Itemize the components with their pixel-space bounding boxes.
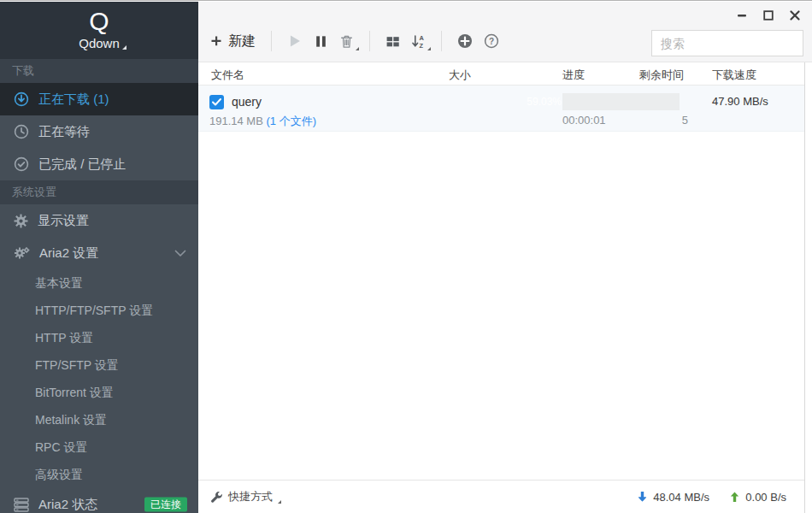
logo-q-mark: Q <box>0 7 198 36</box>
column-header-speed[interactable]: 下载速度 <box>712 68 756 83</box>
start-button[interactable] <box>287 33 303 49</box>
sidebar-item-finished[interactable]: 已完成 / 已停止 <box>0 148 198 180</box>
sidebar-item-downloading[interactable]: 正在下载 (1) <box>0 83 198 115</box>
dropdown-caret-icon <box>122 45 127 50</box>
remaining-time: 5 <box>639 114 688 127</box>
shortcut-label: 快捷方式 <box>228 489 273 504</box>
elapsed-time: 00:00:01 <box>562 114 606 127</box>
search-box <box>651 30 803 56</box>
title-toolbar-area: 新建 AZ ? <box>198 2 812 62</box>
search-input[interactable] <box>652 37 812 50</box>
app-title: Qdown <box>79 36 120 50</box>
close-icon <box>790 10 800 21</box>
sidebar-item-display-settings[interactable]: 显示设置 <box>0 204 198 237</box>
wrench-icon <box>210 491 223 504</box>
toolbar-separator <box>369 31 370 51</box>
main-area: 新建 AZ ? <box>198 2 812 513</box>
sidebar-item-label: 正在等待 <box>38 124 90 140</box>
new-task-label: 新建 <box>228 32 256 50</box>
global-upload-speed: 0.00 B/s <box>729 481 786 513</box>
dropdown-caret-icon <box>278 500 281 504</box>
down-arrow-icon <box>637 491 648 503</box>
row-checkbox[interactable] <box>209 95 224 109</box>
sidebar-item-label: Aria2 状态 <box>38 497 97 513</box>
sidebar-item-label: 显示设置 <box>38 213 89 229</box>
trash-icon <box>339 34 354 49</box>
close-button[interactable] <box>789 9 801 21</box>
sidebar-item-waiting[interactable]: 正在等待 <box>0 115 198 148</box>
progress-bar: 59.03% <box>562 93 680 110</box>
sidebar-item-label: 已完成 / 已停止 <box>38 156 127 173</box>
sidebar-item-label: 正在下载 (1) <box>38 91 109 108</box>
content-right-divider <box>804 62 805 513</box>
sidebar-item-aria2-settings[interactable]: Aria2 设置 <box>0 237 198 269</box>
view-mode-button[interactable] <box>385 34 400 49</box>
file-size-line: 191.14 MB (1 个文件) <box>209 114 316 129</box>
new-task-button[interactable]: 新建 <box>209 32 256 50</box>
file-count-link[interactable]: (1 个文件) <box>267 115 317 127</box>
maximize-button[interactable] <box>762 9 774 21</box>
sidebar-subitem-http-ftp-sftp-settings[interactable]: HTTP/FTP/SFTP 设置 <box>0 297 198 324</box>
download-circle-icon <box>14 91 29 107</box>
connected-status-badge: 已连接 <box>144 498 187 512</box>
sidebar-item-aria2-status[interactable]: Aria2 状态 已连接 <box>0 488 198 513</box>
sidebar-subitem-rpc-settings[interactable]: RPC 设置 <box>0 433 198 461</box>
pause-icon <box>314 34 328 49</box>
status-bar: 快捷方式 48.04 MB/s 0.00 B/s <box>198 480 804 513</box>
column-header-progress[interactable]: 进度 <box>562 68 585 83</box>
dropdown-caret-icon <box>427 47 431 50</box>
toolbar-separator <box>271 31 272 51</box>
minimize-button[interactable] <box>736 9 748 21</box>
progress-label: 59.03% <box>527 93 562 110</box>
grid-icon <box>385 34 400 49</box>
app-window: Q Qdown 下载 正在下载 (1) 正在等待 已完成 / 已停止 系统设置 … <box>0 0 812 513</box>
server-icon <box>14 498 29 512</box>
plus-circle-icon <box>457 33 473 49</box>
sidebar-subitem-http-settings[interactable]: HTTP 设置 <box>0 324 198 351</box>
global-download-speed-value: 48.04 MB/s <box>653 491 709 504</box>
sidebar-item-label: Aria2 设置 <box>39 245 98 262</box>
add-source-button[interactable] <box>457 33 473 49</box>
sidebar-subitem-metalink-settings[interactable]: Metalink 设置 <box>0 406 198 433</box>
sidebar-subitem-advanced-settings[interactable]: 高级设置 <box>0 461 198 488</box>
file-name: query <box>232 95 262 109</box>
sidebar-subitem-bittorrent-settings[interactable]: BitTorrent 设置 <box>0 379 198 406</box>
download-speed: 47.90 MB/s <box>712 95 768 108</box>
download-row[interactable]: query 191.14 MB (1 个文件) 59.03% 00:00:01 … <box>198 86 804 132</box>
section-download-label: 下载 <box>0 59 198 83</box>
delete-button[interactable] <box>339 34 354 49</box>
global-download-speed: 48.04 MB/s <box>637 481 709 513</box>
section-settings-label: 系统设置 <box>0 180 198 204</box>
toolbar-separator <box>441 31 442 51</box>
check-circle-icon <box>14 156 29 172</box>
up-arrow-icon <box>729 491 740 503</box>
global-upload-speed-value: 0.00 B/s <box>745 491 786 504</box>
dropdown-caret-icon <box>356 47 359 50</box>
check-icon <box>212 98 221 106</box>
chevron-down-icon[interactable] <box>174 250 186 257</box>
gear-icon <box>14 214 28 228</box>
app-logo[interactable]: Q Qdown <box>0 2 198 59</box>
gears-icon <box>14 246 30 261</box>
window-controls <box>736 9 801 21</box>
toolbar: 新建 AZ ? <box>209 28 499 54</box>
sidebar-subitem-basic-settings[interactable]: 基本设置 <box>0 269 198 297</box>
plus-icon <box>209 34 223 48</box>
sidebar-subitem-ftp-sftp-settings[interactable]: FTP/SFTP 设置 <box>0 351 198 379</box>
question-circle-icon: ? <box>484 33 499 49</box>
column-header-remaining[interactable]: 剩余时间 <box>639 68 684 83</box>
minimize-icon <box>737 10 747 21</box>
shortcut-button[interactable]: 快捷方式 <box>210 481 281 513</box>
sort-az-icon: AZ <box>411 34 426 49</box>
help-button[interactable]: ? <box>484 33 499 49</box>
svg-text:?: ? <box>489 37 494 46</box>
pause-button[interactable] <box>314 34 328 49</box>
clock-icon <box>14 124 29 139</box>
column-header-name[interactable]: 文件名 <box>211 68 244 83</box>
svg-text:Z: Z <box>420 41 424 48</box>
table-header: 文件名 大小 进度 剩余时间 下载速度 <box>198 62 804 86</box>
sort-button[interactable]: AZ <box>411 34 426 49</box>
sidebar: Q Qdown 下载 正在下载 (1) 正在等待 已完成 / 已停止 系统设置 … <box>0 2 198 513</box>
file-size: 191.14 MB <box>209 115 263 127</box>
column-header-size[interactable]: 大小 <box>449 68 471 83</box>
